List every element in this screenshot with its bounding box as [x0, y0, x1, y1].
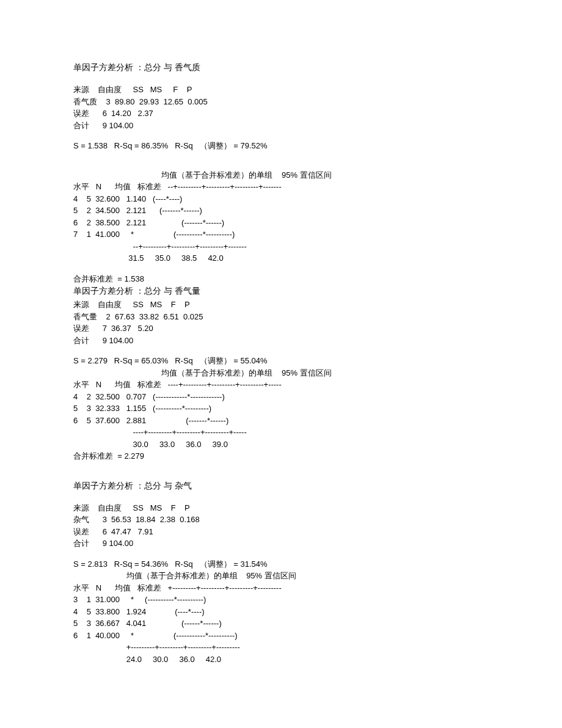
ci-title-3: 均值（基于合并标准差）的单组 95% 置信区间: [73, 570, 489, 582]
level-header-2: 水平 N 均值 标准差 ----+---------+---------+---…: [73, 379, 489, 391]
level-row: 5 3 36.667 4.041 (------*------): [73, 617, 489, 630]
level-row: 5 3 32.333 1.155 (----------*---------): [73, 402, 489, 415]
level-row: 5 2 34.500 2.121 (-------*------): [73, 205, 489, 217]
axis-ruler-1: --+---------+---------+---------+-------: [73, 241, 489, 253]
level-row: 4 5 33.800 1.924 (----*----): [73, 606, 489, 618]
anova-row: 误差 6 14.20 2.37: [73, 107, 489, 120]
summary-line-2: S = 2.279 R-Sq = 65.03% R-Sq （调整） = 55.0…: [73, 355, 489, 367]
anova-row: 香气质 3 89.80 29.93 12.65 0.005: [73, 96, 489, 108]
anova-row: 香气量 2 67.63 33.82 6.51 0.025: [73, 311, 489, 323]
ci-title-2: 均值（基于合并标准差）的单组 95% 置信区间: [73, 367, 489, 379]
level-row: 6 1 40.000 * (-----------*----------): [73, 630, 489, 642]
axis-ruler-3: +---------+---------+---------+---------: [73, 641, 489, 653]
anova-row: 合计 9 104.00: [73, 120, 489, 132]
section-title-3: 单因子方差分析 ：总分 与 杂气: [73, 479, 489, 492]
anova-header: 来源 自由度 SS MS F P: [73, 502, 489, 514]
anova-header: 来源 自由度 SS MS F P: [73, 299, 489, 311]
pooled-sd-1: 合并标准差 = 1.538: [73, 273, 489, 285]
anova-row: 合计 9 104.00: [73, 537, 489, 550]
ci-title-1: 均值（基于合并标准差）的单组 95% 置信区间: [73, 169, 489, 181]
anova-block-3: 来源 自由度 SS MS F P 杂气 3 56.53 18.84 2.38 0…: [73, 502, 489, 550]
level-row: 7 1 41.000 * (----------*----------): [73, 228, 489, 241]
section-title-1: 单因子方差分析 ：总分 与 香气质: [73, 61, 489, 74]
level-row: 3 1 31.000 * (----------*----------): [73, 594, 489, 606]
anova-row: 误差 6 47.47 7.91: [73, 526, 489, 538]
anova-block-1: 来源 自由度 SS MS F P 香气质 3 89.80 29.93 12.65…: [73, 84, 489, 131]
anova-row: 杂气 3 56.53 18.84 2.38 0.168: [73, 514, 489, 526]
axis-ruler-2: ----+---------+---------+---------+-----: [73, 426, 489, 439]
level-row: 4 2 32.500 0.707 (------------*---------…: [73, 391, 489, 403]
anova-row: 合计 9 104.00: [73, 335, 489, 347]
summary-line-3: S = 2.813 R-Sq = 54.36% R-Sq （调整） = 31.5…: [73, 558, 489, 570]
anova-row: 误差 7 36.37 5.20: [73, 322, 489, 335]
level-row: 6 5 37.600 2.881 (-------*------): [73, 415, 489, 427]
summary-line-1: S = 1.538 R-Sq = 86.35% R-Sq （调整） = 79.5…: [73, 140, 489, 152]
level-header-3: 水平 N 均值 标准差 +---------+---------+-------…: [73, 582, 489, 594]
axis-labels-2: 30.0 33.0 36.0 39.0: [73, 439, 489, 451]
anova-block-2: 来源 自由度 SS MS F P 香气量 2 67.63 33.82 6.51 …: [73, 299, 489, 346]
section-title-2: 单因子方差分析 ：总分 与 香气量: [73, 285, 489, 297]
level-row: 6 2 38.500 2.121 (-------*------): [73, 217, 489, 229]
pooled-sd-2: 合并标准差 = 2.279: [73, 450, 489, 462]
level-row: 4 5 32.600 1.140 (----*----): [73, 193, 489, 205]
axis-labels-1: 31.5 35.0 38.5 42.0: [73, 252, 489, 264]
level-header-1: 水平 N 均值 标准差 --+---------+---------+-----…: [73, 181, 489, 193]
axis-labels-3: 24.0 30.0 36.0 42.0: [73, 653, 489, 666]
anova-header: 来源 自由度 SS MS F P: [73, 84, 489, 96]
